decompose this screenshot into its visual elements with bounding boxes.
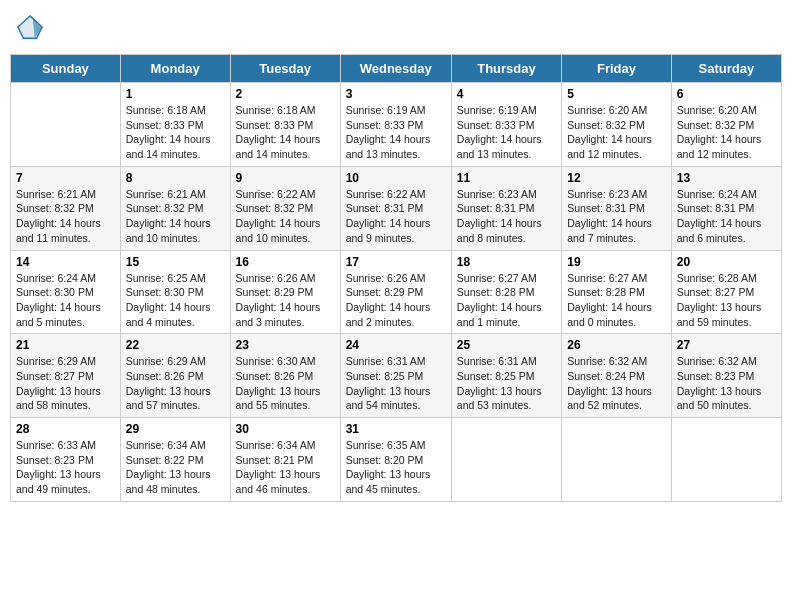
day-number: 3	[346, 87, 446, 101]
calendar-cell: 23Sunrise: 6:30 AM Sunset: 8:26 PM Dayli…	[230, 334, 340, 418]
day-info: Sunrise: 6:29 AM Sunset: 8:26 PM Dayligh…	[126, 354, 225, 413]
logo-icon	[16, 14, 44, 42]
day-number: 25	[457, 338, 556, 352]
day-info: Sunrise: 6:22 AM Sunset: 8:31 PM Dayligh…	[346, 187, 446, 246]
calendar-cell: 12Sunrise: 6:23 AM Sunset: 8:31 PM Dayli…	[562, 166, 672, 250]
day-info: Sunrise: 6:18 AM Sunset: 8:33 PM Dayligh…	[126, 103, 225, 162]
calendar-cell: 22Sunrise: 6:29 AM Sunset: 8:26 PM Dayli…	[120, 334, 230, 418]
calendar-header-friday: Friday	[562, 55, 672, 83]
day-number: 8	[126, 171, 225, 185]
calendar-cell	[11, 83, 121, 167]
calendar-cell: 2Sunrise: 6:18 AM Sunset: 8:33 PM Daylig…	[230, 83, 340, 167]
day-number: 19	[567, 255, 666, 269]
calendar-cell: 4Sunrise: 6:19 AM Sunset: 8:33 PM Daylig…	[451, 83, 561, 167]
calendar-header-tuesday: Tuesday	[230, 55, 340, 83]
day-number: 4	[457, 87, 556, 101]
day-info: Sunrise: 6:23 AM Sunset: 8:31 PM Dayligh…	[457, 187, 556, 246]
day-info: Sunrise: 6:34 AM Sunset: 8:21 PM Dayligh…	[236, 438, 335, 497]
calendar-header-thursday: Thursday	[451, 55, 561, 83]
day-info: Sunrise: 6:30 AM Sunset: 8:26 PM Dayligh…	[236, 354, 335, 413]
day-info: Sunrise: 6:27 AM Sunset: 8:28 PM Dayligh…	[567, 271, 666, 330]
calendar-header-row: SundayMondayTuesdayWednesdayThursdayFrid…	[11, 55, 782, 83]
calendar-cell: 7Sunrise: 6:21 AM Sunset: 8:32 PM Daylig…	[11, 166, 121, 250]
day-number: 9	[236, 171, 335, 185]
day-info: Sunrise: 6:34 AM Sunset: 8:22 PM Dayligh…	[126, 438, 225, 497]
calendar-cell: 18Sunrise: 6:27 AM Sunset: 8:28 PM Dayli…	[451, 250, 561, 334]
calendar-cell: 1Sunrise: 6:18 AM Sunset: 8:33 PM Daylig…	[120, 83, 230, 167]
calendar-cell	[562, 418, 672, 502]
page-header	[10, 10, 782, 46]
logo	[16, 14, 48, 42]
calendar-cell: 30Sunrise: 6:34 AM Sunset: 8:21 PM Dayli…	[230, 418, 340, 502]
day-info: Sunrise: 6:24 AM Sunset: 8:31 PM Dayligh…	[677, 187, 776, 246]
calendar-header-wednesday: Wednesday	[340, 55, 451, 83]
calendar-cell: 15Sunrise: 6:25 AM Sunset: 8:30 PM Dayli…	[120, 250, 230, 334]
day-info: Sunrise: 6:18 AM Sunset: 8:33 PM Dayligh…	[236, 103, 335, 162]
calendar-cell: 21Sunrise: 6:29 AM Sunset: 8:27 PM Dayli…	[11, 334, 121, 418]
day-number: 23	[236, 338, 335, 352]
day-info: Sunrise: 6:20 AM Sunset: 8:32 PM Dayligh…	[677, 103, 776, 162]
calendar-cell: 13Sunrise: 6:24 AM Sunset: 8:31 PM Dayli…	[671, 166, 781, 250]
day-number: 14	[16, 255, 115, 269]
day-number: 27	[677, 338, 776, 352]
calendar-header-sunday: Sunday	[11, 55, 121, 83]
calendar-week-4: 21Sunrise: 6:29 AM Sunset: 8:27 PM Dayli…	[11, 334, 782, 418]
day-number: 21	[16, 338, 115, 352]
day-number: 22	[126, 338, 225, 352]
calendar-week-3: 14Sunrise: 6:24 AM Sunset: 8:30 PM Dayli…	[11, 250, 782, 334]
calendar-cell: 5Sunrise: 6:20 AM Sunset: 8:32 PM Daylig…	[562, 83, 672, 167]
day-info: Sunrise: 6:27 AM Sunset: 8:28 PM Dayligh…	[457, 271, 556, 330]
day-info: Sunrise: 6:24 AM Sunset: 8:30 PM Dayligh…	[16, 271, 115, 330]
calendar-week-5: 28Sunrise: 6:33 AM Sunset: 8:23 PM Dayli…	[11, 418, 782, 502]
day-info: Sunrise: 6:31 AM Sunset: 8:25 PM Dayligh…	[346, 354, 446, 413]
day-number: 5	[567, 87, 666, 101]
day-info: Sunrise: 6:19 AM Sunset: 8:33 PM Dayligh…	[457, 103, 556, 162]
day-info: Sunrise: 6:19 AM Sunset: 8:33 PM Dayligh…	[346, 103, 446, 162]
calendar-cell: 11Sunrise: 6:23 AM Sunset: 8:31 PM Dayli…	[451, 166, 561, 250]
day-info: Sunrise: 6:29 AM Sunset: 8:27 PM Dayligh…	[16, 354, 115, 413]
calendar-cell: 17Sunrise: 6:26 AM Sunset: 8:29 PM Dayli…	[340, 250, 451, 334]
calendar-cell: 29Sunrise: 6:34 AM Sunset: 8:22 PM Dayli…	[120, 418, 230, 502]
day-info: Sunrise: 6:25 AM Sunset: 8:30 PM Dayligh…	[126, 271, 225, 330]
day-number: 28	[16, 422, 115, 436]
day-number: 10	[346, 171, 446, 185]
day-number: 7	[16, 171, 115, 185]
calendar-cell: 20Sunrise: 6:28 AM Sunset: 8:27 PM Dayli…	[671, 250, 781, 334]
calendar-table: SundayMondayTuesdayWednesdayThursdayFrid…	[10, 54, 782, 502]
day-number: 17	[346, 255, 446, 269]
calendar-cell: 19Sunrise: 6:27 AM Sunset: 8:28 PM Dayli…	[562, 250, 672, 334]
calendar-cell: 9Sunrise: 6:22 AM Sunset: 8:32 PM Daylig…	[230, 166, 340, 250]
day-number: 11	[457, 171, 556, 185]
day-number: 26	[567, 338, 666, 352]
calendar-cell: 10Sunrise: 6:22 AM Sunset: 8:31 PM Dayli…	[340, 166, 451, 250]
day-info: Sunrise: 6:22 AM Sunset: 8:32 PM Dayligh…	[236, 187, 335, 246]
calendar-header-saturday: Saturday	[671, 55, 781, 83]
day-number: 12	[567, 171, 666, 185]
calendar-week-1: 1Sunrise: 6:18 AM Sunset: 8:33 PM Daylig…	[11, 83, 782, 167]
day-number: 30	[236, 422, 335, 436]
day-info: Sunrise: 6:33 AM Sunset: 8:23 PM Dayligh…	[16, 438, 115, 497]
day-info: Sunrise: 6:26 AM Sunset: 8:29 PM Dayligh…	[346, 271, 446, 330]
day-info: Sunrise: 6:32 AM Sunset: 8:23 PM Dayligh…	[677, 354, 776, 413]
calendar-cell	[671, 418, 781, 502]
calendar-cell: 27Sunrise: 6:32 AM Sunset: 8:23 PM Dayli…	[671, 334, 781, 418]
calendar-cell: 26Sunrise: 6:32 AM Sunset: 8:24 PM Dayli…	[562, 334, 672, 418]
calendar-cell: 16Sunrise: 6:26 AM Sunset: 8:29 PM Dayli…	[230, 250, 340, 334]
calendar-cell: 8Sunrise: 6:21 AM Sunset: 8:32 PM Daylig…	[120, 166, 230, 250]
day-info: Sunrise: 6:26 AM Sunset: 8:29 PM Dayligh…	[236, 271, 335, 330]
day-number: 20	[677, 255, 776, 269]
day-info: Sunrise: 6:21 AM Sunset: 8:32 PM Dayligh…	[126, 187, 225, 246]
day-number: 1	[126, 87, 225, 101]
calendar-cell: 31Sunrise: 6:35 AM Sunset: 8:20 PM Dayli…	[340, 418, 451, 502]
day-info: Sunrise: 6:32 AM Sunset: 8:24 PM Dayligh…	[567, 354, 666, 413]
calendar-body: 1Sunrise: 6:18 AM Sunset: 8:33 PM Daylig…	[11, 83, 782, 502]
day-number: 18	[457, 255, 556, 269]
day-info: Sunrise: 6:35 AM Sunset: 8:20 PM Dayligh…	[346, 438, 446, 497]
day-number: 2	[236, 87, 335, 101]
calendar-cell: 24Sunrise: 6:31 AM Sunset: 8:25 PM Dayli…	[340, 334, 451, 418]
day-number: 13	[677, 171, 776, 185]
calendar-week-2: 7Sunrise: 6:21 AM Sunset: 8:32 PM Daylig…	[11, 166, 782, 250]
day-info: Sunrise: 6:23 AM Sunset: 8:31 PM Dayligh…	[567, 187, 666, 246]
day-number: 29	[126, 422, 225, 436]
day-info: Sunrise: 6:20 AM Sunset: 8:32 PM Dayligh…	[567, 103, 666, 162]
